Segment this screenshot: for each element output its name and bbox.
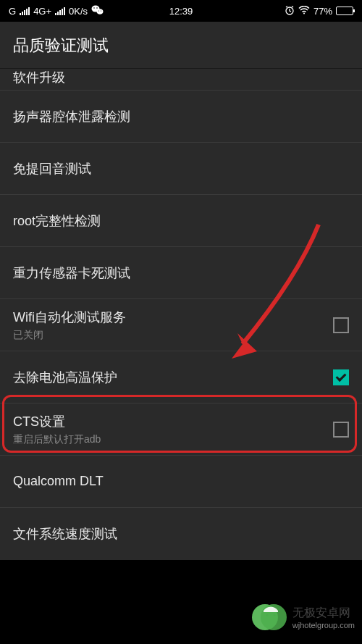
- list-item-speaker-leak[interactable]: 扬声器腔体泄露检测: [0, 91, 362, 143]
- item-label: CTS设置: [13, 413, 101, 430]
- svg-point-1: [97, 9, 104, 14]
- checkbox-checked[interactable]: [333, 369, 349, 385]
- network-type: 4G+: [33, 6, 51, 17]
- clock: 12:39: [169, 6, 193, 17]
- item-label: 软件升级: [13, 69, 65, 86]
- item-label: Qualcomm DLT: [13, 474, 104, 489]
- item-label: root完整性检测: [13, 212, 101, 230]
- list-item-root-check[interactable]: root完整性检测: [0, 195, 362, 247]
- svg-point-4: [98, 10, 99, 11]
- watermark-logo: [251, 599, 287, 635]
- svg-point-11: [273, 614, 275, 616]
- wechat-icon: [91, 4, 104, 18]
- battery-icon: [336, 7, 353, 15]
- list-item-wifi-auto-test[interactable]: Wifi自动化测试服务 已关闭: [0, 299, 362, 351]
- list-item-echo-test[interactable]: 免提回音测试: [0, 143, 362, 195]
- watermark: 无极安卓网 wjhotelgroup.com: [251, 599, 355, 635]
- list-item-gravity-sensor[interactable]: 重力传感器卡死测试: [0, 247, 362, 299]
- status-right: 77%: [285, 5, 353, 17]
- item-label: Wifi自动化测试服务: [13, 309, 126, 326]
- signal-icon: [20, 7, 30, 15]
- alarm-icon: [285, 5, 295, 17]
- svg-point-10: [266, 614, 268, 616]
- item-label: 文件系统速度测试: [13, 525, 117, 543]
- svg-point-2: [93, 7, 95, 9]
- svg-point-5: [101, 10, 101, 11]
- data-speed: 0K/s: [69, 6, 88, 17]
- item-label: 免提回音测试: [13, 160, 91, 177]
- page-header: 品质验证测试: [0, 22, 362, 69]
- checkbox[interactable]: [333, 317, 349, 333]
- wifi-icon: [298, 6, 310, 17]
- list-item-software-upgrade[interactable]: 软件升级: [0, 69, 362, 91]
- item-sublabel: 已关闭: [13, 329, 126, 342]
- list-item-filesystem-speed[interactable]: 文件系统速度测试: [0, 508, 362, 560]
- page-title: 品质验证测试: [13, 35, 349, 57]
- list-item-battery-heat-protect[interactable]: 去除电池高温保护: [0, 351, 362, 403]
- list-item-qualcomm-dlt[interactable]: Qualcomm DLT: [0, 456, 362, 508]
- item-label: 去除电池高温保护: [13, 369, 117, 386]
- settings-list: 软件升级 扬声器腔体泄露检测 免提回音测试 root完整性检测 重力传感器卡死测…: [0, 69, 362, 560]
- signal-icon-2: [55, 7, 65, 15]
- status-left: G 4G+ 0K/s: [9, 4, 104, 18]
- watermark-url: wjhotelgroup.com: [292, 621, 355, 630]
- list-item-cts[interactable]: CTS设置 重启后默认打开adb: [0, 403, 362, 456]
- item-label: 重力传感器卡死测试: [13, 264, 130, 282]
- item-label: 扬声器腔体泄露检测: [13, 108, 130, 125]
- status-bar: G 4G+ 0K/s 12:39 77%: [0, 0, 362, 22]
- checkbox[interactable]: [333, 422, 349, 438]
- watermark-title: 无极安卓网: [292, 606, 350, 621]
- carrier-prefix: G: [9, 6, 16, 17]
- item-sublabel: 重启后默认打开adb: [13, 433, 101, 446]
- svg-point-7: [303, 12, 305, 14]
- svg-point-3: [96, 7, 98, 9]
- battery-percent: 77%: [313, 6, 332, 17]
